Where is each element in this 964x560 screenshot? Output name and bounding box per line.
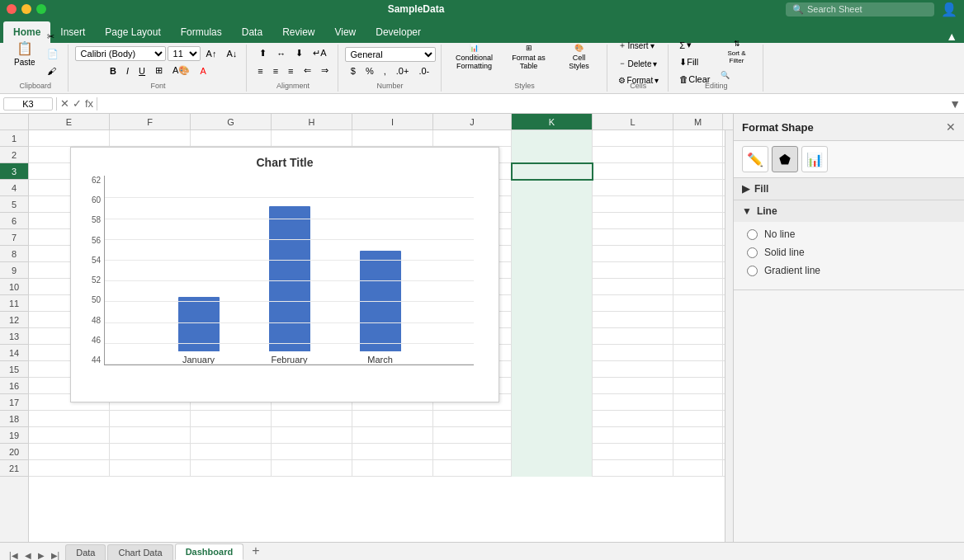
row-num-11[interactable]: 11	[0, 295, 28, 312]
format-panel-close-button[interactable]: ✕	[946, 120, 956, 134]
cell-H1[interactable]	[272, 130, 352, 147]
line-section-header[interactable]: ▼ Line	[734, 200, 964, 222]
col-header-l[interactable]: L	[593, 114, 673, 129]
cell-K1[interactable]	[512, 130, 593, 147]
find-select-button[interactable]: 🔍	[716, 68, 758, 82]
font-color-button[interactable]: A	[196, 64, 210, 78]
cell-K20[interactable]	[512, 444, 593, 460]
cell-M13[interactable]	[673, 328, 723, 345]
bar-february-rect[interactable]	[269, 206, 310, 351]
insert-function-icon[interactable]: fx	[85, 97, 93, 110]
cell-K4[interactable]	[512, 180, 593, 196]
fill-color-button[interactable]: A🎨	[168, 63, 194, 78]
format-painter-button[interactable]: 🖌	[43, 64, 63, 78]
formula-expand-icon[interactable]: ▼	[949, 97, 961, 111]
cell-M18[interactable]	[673, 411, 723, 427]
search-bar[interactable]: 🔍 Search Sheet	[786, 2, 934, 16]
cell-L13[interactable]	[593, 328, 673, 345]
cell-K7[interactable]	[512, 229, 593, 246]
row-num-13[interactable]: 13	[0, 328, 28, 345]
cell-L1[interactable]	[593, 130, 673, 147]
cell-L5[interactable]	[593, 196, 673, 213]
cell-L9[interactable]	[593, 262, 673, 279]
gradient-line-radio[interactable]	[747, 266, 758, 276]
cell-L3[interactable]	[593, 163, 673, 180]
align-top-button[interactable]: ⬆	[255, 45, 271, 61]
cell-L11[interactable]	[593, 295, 673, 312]
window-controls[interactable]	[7, 4, 46, 14]
cell-K21[interactable]	[512, 460, 593, 477]
cancel-formula-icon[interactable]: ✕	[60, 97, 69, 110]
cell-K2[interactable]	[512, 147, 593, 163]
cell-J19[interactable]	[433, 427, 512, 444]
cell-M19[interactable]	[673, 427, 723, 444]
maximize-button[interactable]	[36, 4, 46, 14]
row-num-9[interactable]: 9	[0, 262, 28, 279]
decrease-indent-button[interactable]: ⇐	[300, 63, 315, 78]
cell-G18[interactable]	[191, 411, 272, 427]
increase-decimal-button[interactable]: .0+	[392, 64, 413, 78]
cell-M17[interactable]	[673, 394, 723, 411]
cell-M14[interactable]	[673, 345, 723, 361]
row-num-12[interactable]: 12	[0, 312, 28, 328]
cell-K3[interactable]	[512, 163, 593, 180]
cell-styles-button[interactable]: 🎨 Cell Styles	[557, 35, 602, 78]
format-size-tab[interactable]: 📊	[801, 146, 828, 172]
comma-button[interactable]: ,	[380, 64, 390, 78]
increase-font-button[interactable]: A↑	[202, 46, 221, 61]
cell-M5[interactable]	[673, 196, 723, 213]
confirm-formula-icon[interactable]: ✓	[73, 97, 82, 110]
row-num-1[interactable]: 1	[0, 130, 28, 147]
col-header-g[interactable]: G	[191, 114, 272, 129]
increase-indent-button[interactable]: ⇒	[317, 63, 333, 78]
cell-L8[interactable]	[593, 246, 673, 262]
cell-K15[interactable]	[512, 361, 593, 378]
cell-L21[interactable]	[593, 460, 673, 477]
cell-M16[interactable]	[673, 378, 723, 394]
cell-K6[interactable]	[512, 213, 593, 229]
number-format-select[interactable]: General	[345, 47, 436, 62]
wrap-text-button[interactable]: ↵A	[309, 45, 330, 61]
sum-button[interactable]: Σ▾	[675, 37, 714, 53]
cell-K8[interactable]	[512, 246, 593, 262]
font-family-select[interactable]: Calibri (Body)	[75, 46, 166, 61]
cell-L6[interactable]	[593, 213, 673, 229]
cell-M12[interactable]	[673, 312, 723, 328]
cell-K10[interactable]	[512, 279, 593, 295]
cell-E21[interactable]	[29, 460, 110, 477]
paste-button[interactable]: 📋 Paste	[8, 32, 41, 75]
cell-L17[interactable]	[593, 394, 673, 411]
cell-J18[interactable]	[433, 411, 512, 427]
conditional-formatting-button[interactable]: 📊 Conditional Formatting	[448, 35, 501, 78]
format-effects-tab[interactable]: ✏️	[742, 146, 768, 172]
row-num-19[interactable]: 19	[0, 427, 28, 444]
format-fill-line-tab[interactable]: ⬟	[772, 146, 798, 172]
cell-I1[interactable]	[352, 130, 433, 147]
cell-G1[interactable]	[191, 130, 272, 147]
tab-view[interactable]: View	[324, 21, 366, 43]
cell-L16[interactable]	[593, 378, 673, 394]
copy-button[interactable]: 📄	[43, 46, 63, 62]
tab-data[interactable]: Data	[232, 21, 272, 43]
cell-I18[interactable]	[352, 411, 433, 427]
row-num-10[interactable]: 10	[0, 279, 28, 295]
cell-F18[interactable]	[110, 411, 191, 427]
col-header-k[interactable]: K	[512, 114, 593, 129]
bar-march-rect[interactable]	[360, 251, 401, 351]
insert-cells-button[interactable]: ＋ Insert▾	[614, 37, 664, 54]
cell-M15[interactable]	[673, 361, 723, 378]
cell-L12[interactable]	[593, 312, 673, 328]
solid-line-radio[interactable]	[747, 247, 758, 258]
cell-K16[interactable]	[512, 378, 593, 394]
vertical-scrollbar[interactable]	[725, 130, 733, 542]
cell-I19[interactable]	[352, 427, 433, 444]
cell-L20[interactable]	[593, 444, 673, 460]
cell-M11[interactable]	[673, 295, 723, 312]
sheet-tab-data[interactable]: Data	[65, 544, 106, 560]
cell-L10[interactable]	[593, 279, 673, 295]
align-left-button[interactable]: ≡	[253, 64, 267, 78]
close-button[interactable]	[7, 4, 17, 14]
format-as-table-button[interactable]: ⊞ Format as Table	[503, 35, 555, 78]
cell-K18[interactable]	[512, 411, 593, 427]
cell-L18[interactable]	[593, 411, 673, 427]
